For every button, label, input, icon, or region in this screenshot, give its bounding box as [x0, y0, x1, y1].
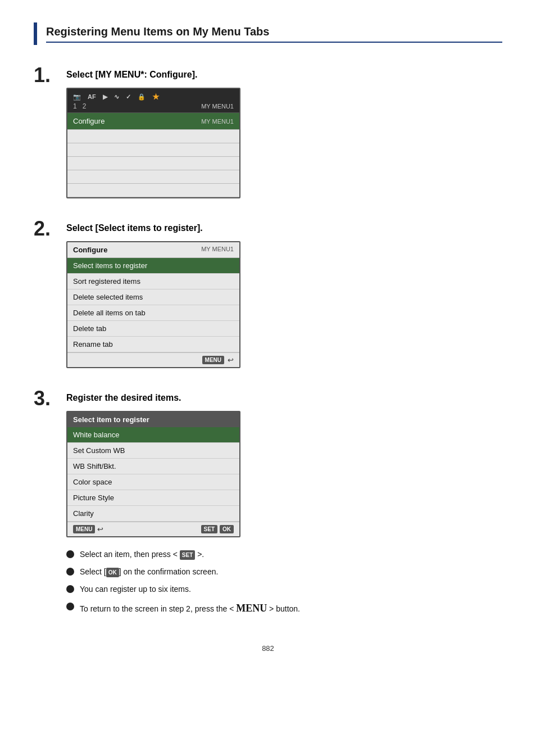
screen2-row-delete-all[interactable]: Delete all items on tab	[67, 305, 239, 321]
screen3-back-arrow: ↩	[97, 525, 103, 533]
step-2-label: Select [Select items to register].	[66, 223, 502, 233]
step-1-label: Select [MY MENU*: Configure].	[66, 70, 502, 80]
bullet-dot-4	[66, 603, 74, 610]
screen2-row-delete-tab[interactable]: Delete tab	[67, 321, 239, 337]
screen1-configure-right: MY MENU1	[201, 118, 234, 125]
bullet-dot-2	[66, 568, 74, 576]
screen3-footer-left: MENU ↩	[73, 525, 103, 533]
tab-num-1: 1	[73, 102, 77, 110]
screen2-header-right: MY MENU1	[201, 246, 234, 254]
step-1-number: 1.	[34, 65, 61, 85]
screen3-ok-btn[interactable]: OK	[220, 525, 234, 533]
step-2-section: 2. Select [Select items to register]. Co…	[34, 221, 502, 368]
screen1-empty-5	[67, 184, 239, 197]
screen2-footer: MENU ↩	[67, 352, 239, 367]
bullet-text-4: To return to the screen in step 2, press…	[80, 601, 300, 616]
page-number: 882	[34, 644, 502, 653]
step-1-section: 1. Select [MY MENU*: Configure]. 📷 AF ▶ …	[34, 67, 502, 198]
screen2-row-select-items[interactable]: Select items to register	[67, 258, 239, 274]
bullet-item-3: You can register up to six items.	[66, 583, 502, 595]
screen2-sort-label: Sort registered items	[73, 277, 140, 286]
screen2-row-delete-selected[interactable]: Delete selected items	[67, 289, 239, 305]
page-title-bar: Registering Menu Items on My Menu Tabs	[34, 22, 502, 45]
screen2-row-sort[interactable]: Sort registered items	[67, 274, 239, 289]
set-inline-btn-1: SET	[180, 550, 195, 560]
screen3-row-set-wb[interactable]: Set Custom WB	[67, 443, 239, 459]
screen2-rename-tab-label: Rename tab	[73, 340, 113, 348]
screen3-footer: MENU ↩ SET OK	[67, 522, 239, 536]
icon-af-s1: AF	[88, 93, 96, 100]
screen2-delete-tab-label: Delete tab	[73, 324, 106, 333]
bullet-dot-1	[66, 550, 74, 558]
step-3-content: Register the desired items. Select item …	[66, 391, 502, 622]
screen3-set-btn[interactable]: SET	[201, 525, 217, 533]
bullet-list: Select an item, then press < SET >. Sele…	[66, 549, 502, 616]
screen3-clarity-label: Clarity	[73, 509, 94, 518]
mymenu-tab-label: MY MENU1	[201, 103, 234, 110]
screen3-picture-style-label: Picture Style	[73, 494, 114, 502]
screen2-back-arrow: ↩	[228, 356, 234, 364]
screen3-row-picture-style[interactable]: Picture Style	[67, 490, 239, 506]
icon-lock-s1: 🔒	[138, 93, 146, 101]
icon-camera-s1: 📷	[73, 93, 81, 101]
screen3-header: Select item to register	[67, 412, 239, 427]
screen1-empty-1	[67, 130, 239, 143]
bullet-item-4: To return to the screen in step 2, press…	[66, 601, 502, 616]
step-2-number: 2.	[34, 219, 61, 239]
bullet-item-1: Select an item, then press < SET >.	[66, 549, 502, 560]
blue-bar-accent	[34, 22, 37, 45]
screen1-row-configure[interactable]: Configure MY MENU1	[67, 113, 239, 130]
icon-play-s1: ▶	[103, 93, 107, 101]
page-title: Registering Menu Items on My Menu Tabs	[46, 25, 502, 43]
screen1-tabs: 1 2 MY MENU1	[67, 101, 239, 113]
screen3-row-color-space[interactable]: Color space	[67, 474, 239, 490]
tab-num-2: 2	[83, 102, 87, 110]
screen2-header: Configure MY MENU1	[67, 242, 239, 258]
step-1-content: Select [MY MENU*: Configure]. 📷 AF ▶ ∿ ✓…	[66, 67, 502, 198]
icon-wave-s1: ∿	[114, 93, 119, 101]
screen3-color-space-label: Color space	[73, 478, 112, 486]
menu-large-text: MENU	[236, 603, 267, 614]
screen1-empty-3	[67, 157, 239, 170]
screen3-row-wb-shift[interactable]: WB Shift/Bkt.	[67, 459, 239, 474]
icon-wrench-s1: ✓	[126, 93, 131, 101]
screen2-delete-selected-label: Delete selected items	[73, 293, 143, 301]
screen2-menu-btn[interactable]: MENU	[202, 356, 224, 364]
screen3-row-clarity[interactable]: Clarity	[67, 506, 239, 522]
screen2-header-label: Configure	[73, 246, 107, 254]
bullet-item-2: Select [OK] on the confirmation screen.	[66, 566, 502, 578]
screen1-empty-2	[67, 143, 239, 157]
screen3-set-wb-label: Set Custom WB	[73, 446, 125, 455]
step-3-section: 3. Register the desired items. Select it…	[34, 391, 502, 622]
step-3-label: Register the desired items.	[66, 393, 502, 403]
screen1-configure-label: Configure	[73, 117, 105, 125]
icon-star-s1: ★	[152, 92, 160, 101]
screen1-top-icons: 📷 AF ▶ ∿ ✓ 🔒 ★	[67, 89, 239, 101]
screen3-menu-btn[interactable]: MENU	[73, 525, 95, 533]
bullet-text-2: Select [OK] on the confirmation screen.	[80, 566, 218, 578]
screen1-tab-nums: 1 2	[73, 102, 86, 110]
screen3-row-wb[interactable]: White balance	[67, 427, 239, 443]
bullet-dot-3	[66, 585, 74, 593]
step-3-number: 3.	[34, 388, 61, 409]
screen3-wb-shift-label: WB Shift/Bkt.	[73, 462, 116, 470]
step-1-screen: 📷 AF ▶ ∿ ✓ 🔒 ★ 1 2 MY MENU1 Configure MY…	[66, 88, 240, 198]
screen3-wb-label: White balance	[73, 431, 119, 439]
screen2-delete-all-label: Delete all items on tab	[73, 309, 146, 317]
ok-inline-btn: OK	[106, 568, 119, 577]
step-2-screen: Configure MY MENU1 Select items to regis…	[66, 241, 240, 368]
bullet-text-3: You can register up to six items.	[80, 583, 191, 595]
screen2-row-rename-tab[interactable]: Rename tab	[67, 337, 239, 352]
step-3-screen: Select item to register White balance Se…	[66, 411, 240, 537]
screen2-select-items-label: Select items to register	[73, 261, 147, 270]
step-2-content: Select [Select items to register]. Confi…	[66, 221, 502, 368]
screen1-empty-4	[67, 170, 239, 184]
bullet-text-1: Select an item, then press < SET >.	[80, 549, 204, 560]
screen3-footer-right: SET OK	[201, 525, 234, 533]
